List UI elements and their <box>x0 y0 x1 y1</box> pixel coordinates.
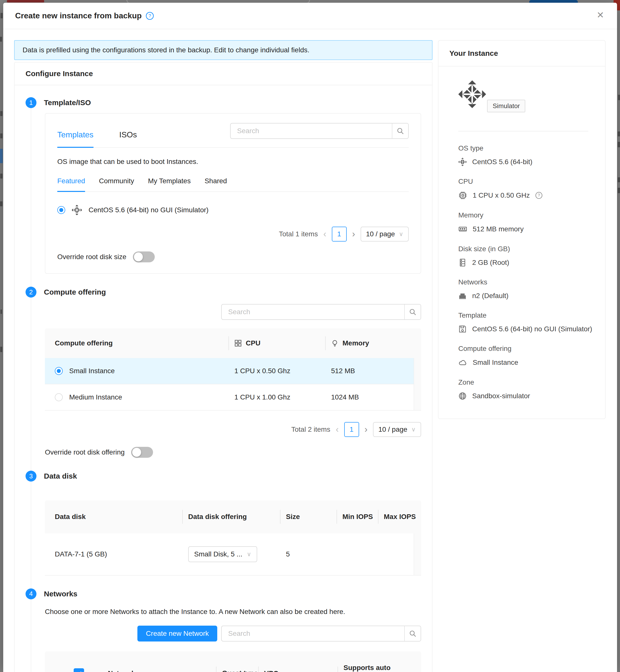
offering-name: Small Instance <box>69 367 115 375</box>
select-all-checkbox[interactable] <box>74 668 84 672</box>
step-body: Templates ISOs <box>31 108 421 287</box>
col-label: Memory <box>343 339 369 347</box>
col-data-disk: Data disk <box>45 502 182 532</box>
compute-row-medium[interactable]: Medium Instance 1 CPU x 1.00 Ghz 1024 MB <box>45 384 421 411</box>
svg-text:?: ? <box>149 13 151 18</box>
search-button[interactable] <box>404 305 421 319</box>
background-text-fragment <box>0 309 2 314</box>
page-size-value: 10 / page <box>366 230 395 238</box>
info-value-text: 1 CPU x 0.50 GHz <box>473 192 530 199</box>
info-label: Disk size (in GB) <box>458 245 594 253</box>
networks-search-input[interactable] <box>222 626 404 641</box>
modal-body: Data is prefilled using the configuratio… <box>3 29 617 672</box>
total-items-label: Total 1 items <box>279 230 318 238</box>
step-body: Choose one or more Networks to attach th… <box>31 599 421 672</box>
page-size-value: 10 / page <box>378 425 408 433</box>
background-text-fragment <box>0 201 2 206</box>
your-instance-body: Simulator OS type <box>438 66 605 419</box>
help-icon[interactable]: ? <box>146 12 154 20</box>
divider <box>458 131 588 132</box>
row-radio[interactable] <box>55 393 63 401</box>
next-page-icon[interactable]: › <box>352 229 355 239</box>
template-radio[interactable] <box>57 206 65 214</box>
offering-memory: 512 MB <box>325 358 421 384</box>
col-guest-type: Guest type <box>216 657 258 672</box>
search-button[interactable] <box>404 626 421 641</box>
compute-row-small[interactable]: Small Instance 1 CPU x 0.50 Ghz 512 MB <box>45 358 421 384</box>
col-vpc: VPC <box>258 659 338 672</box>
row-radio[interactable] <box>55 367 63 375</box>
offering-cpu: 1 CPU x 0.50 Ghz <box>228 358 325 384</box>
info-value-text: 2 GB (Root) <box>472 259 509 267</box>
template-search-input[interactable] <box>230 123 392 138</box>
networks-search <box>221 626 421 641</box>
main-column: Data is prefilled using the configuratio… <box>14 40 432 672</box>
filter-community[interactable]: Community <box>99 177 134 192</box>
col-max-iops: Max IOPS <box>378 501 421 533</box>
template-option-row[interactable]: CentOS 5.6 (64-bit) no GUI (Simulator) <box>57 205 409 215</box>
prev-page-icon[interactable]: ‹ <box>336 425 339 434</box>
modal-title: Create new instance from backup <box>15 11 142 20</box>
configure-title: Configure Instance <box>25 69 93 77</box>
create-new-network-button[interactable]: Create new Network <box>138 626 217 641</box>
centos-logo <box>458 80 486 108</box>
col-supports-auto-scaling: Supports auto scaling <box>338 652 417 672</box>
total-items-label: Total 2 items <box>291 425 330 433</box>
info-value-text: n2 (Default) <box>472 292 508 300</box>
step-head: 1 Template/ISO <box>25 97 421 108</box>
table-body: DATA-7-1 (5 GB) Small Disk, 5 ... ∨ <box>45 533 421 575</box>
sidebar-column: Your Instance <box>438 40 606 419</box>
networks-toolbar: Create new Network <box>45 626 421 641</box>
table-scrollbar[interactable] <box>414 358 421 410</box>
filter-my-templates[interactable]: My Templates <box>148 177 191 192</box>
step-template-iso: 1 Template/ISO Templates ISOs <box>25 97 421 287</box>
disk-min-iops <box>337 545 378 563</box>
page-number-button[interactable]: 1 <box>332 227 347 242</box>
col-label: CPU <box>246 339 260 347</box>
step-title: Data disk <box>44 472 77 480</box>
col-min-iops: Min IOPS <box>337 501 378 533</box>
override-root-disk-offering-toggle[interactable] <box>131 447 153 458</box>
close-icon[interactable]: ✕ <box>597 11 604 19</box>
template-tabs: Templates ISOs <box>57 130 137 147</box>
page-size-select[interactable]: 10 / page ∨ <box>361 227 409 242</box>
override-root-disk-offering-row: Override root disk offering <box>45 447 421 458</box>
tab-templates[interactable]: Templates <box>57 130 94 148</box>
override-root-disk-size-toggle[interactable] <box>133 251 155 262</box>
background-text-fragment <box>0 173 2 178</box>
compute-search <box>221 304 421 320</box>
compute-offering-table: Compute offering CPU <box>45 328 421 411</box>
search-icon <box>396 127 404 135</box>
next-page-icon[interactable]: › <box>365 425 367 434</box>
prev-page-icon[interactable]: ‹ <box>323 229 326 239</box>
table-scrollbar[interactable] <box>414 533 421 575</box>
filter-shared[interactable]: Shared <box>205 177 227 192</box>
compute-search-input[interactable] <box>222 305 404 319</box>
info-value-text: Small Instance <box>473 359 518 366</box>
search-button[interactable] <box>392 123 408 138</box>
template-picker-card: Templates ISOs <box>45 113 421 274</box>
network-cluster-icon <box>458 292 467 300</box>
tab-isos[interactable]: ISOs <box>119 130 137 147</box>
info-zone: Zone Sandbox-simulator <box>458 378 594 400</box>
table-header: Networks Guest type VPC Supports auto sc… <box>45 652 421 672</box>
offering-name: Medium Instance <box>69 393 122 401</box>
step-number-badge: 2 <box>25 287 37 298</box>
disk-offering-select[interactable]: Small Disk, 5 ... ∨ <box>188 546 257 562</box>
info-networks: Networks n2 (Default) <box>458 278 594 300</box>
col-size: Size <box>280 502 337 532</box>
ram-icon <box>458 225 467 234</box>
step-body: Data disk Data disk offering Size Min IO… <box>31 481 421 588</box>
template-search <box>230 123 409 139</box>
create-instance-modal: Create new instance from backup ? ✕ Data… <box>3 3 617 672</box>
help-icon[interactable]: ? <box>535 192 542 199</box>
filter-featured[interactable]: Featured <box>57 177 85 192</box>
background-text-fragment <box>618 142 620 147</box>
page-number-button[interactable]: 1 <box>344 422 359 437</box>
hypervisor-tag: Simulator <box>487 100 525 112</box>
page-size-select[interactable]: 10 / page ∨ <box>373 422 421 437</box>
your-instance-title: Your Instance <box>449 49 498 57</box>
background-text-fragment <box>0 347 2 352</box>
prefill-info-banner: Data is prefilled using the configuratio… <box>14 40 432 60</box>
configure-card-header: Configure Instance <box>15 62 432 85</box>
